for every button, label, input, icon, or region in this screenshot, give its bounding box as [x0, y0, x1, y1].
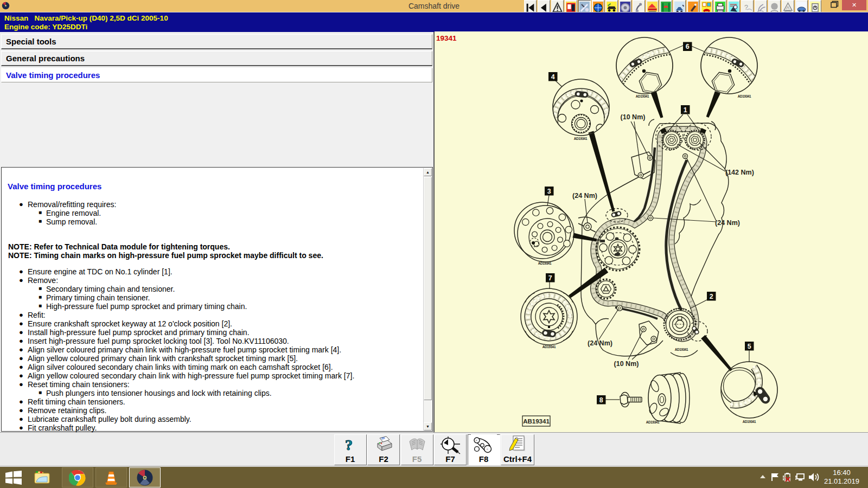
svg-text:AD19341: AD19341 — [675, 348, 688, 351]
svg-text:1: 1 — [684, 106, 687, 114]
svg-text:A: A — [786, 5, 789, 10]
svg-text:(10 Nm): (10 Nm) — [621, 113, 646, 121]
svg-text:5: 5 — [748, 343, 751, 350]
svg-text:3: 3 — [547, 188, 551, 195]
svg-text:C: C — [487, 448, 488, 451]
svg-text:?: ? — [345, 436, 353, 453]
svg-text:(142 Nm): (142 Nm) — [725, 169, 754, 176]
svg-text:AD19341: AD19341 — [542, 345, 556, 349]
svg-text:(24 Nm): (24 Nm) — [715, 219, 740, 227]
svg-text:AD19341: AD19341 — [574, 137, 588, 140]
svg-text:4: 4 — [551, 73, 555, 81]
svg-text:?: ? — [744, 4, 748, 11]
svg-text:8: 8 — [599, 396, 603, 404]
svg-text:6: 6 — [686, 43, 690, 50]
svg-text:P: P — [476, 439, 477, 442]
svg-text:7: 7 — [548, 274, 552, 282]
svg-text:AB19341: AB19341 — [523, 418, 550, 425]
svg-text:2: 2 — [710, 293, 713, 300]
svg-text:(24 Nm): (24 Nm) — [572, 192, 597, 200]
svg-text:AD19341: AD19341 — [646, 420, 660, 424]
svg-text:AD19341: AD19341 — [538, 261, 552, 265]
svg-text:AD19341: AD19341 — [738, 94, 751, 98]
svg-text:(10 Nm): (10 Nm) — [614, 360, 639, 368]
svg-text:(24 Nm): (24 Nm) — [588, 339, 612, 347]
svg-text:AD19341: AD19341 — [743, 420, 756, 423]
svg-text:AD19341: AD19341 — [636, 94, 649, 98]
svg-text:19341: 19341 — [436, 34, 457, 42]
